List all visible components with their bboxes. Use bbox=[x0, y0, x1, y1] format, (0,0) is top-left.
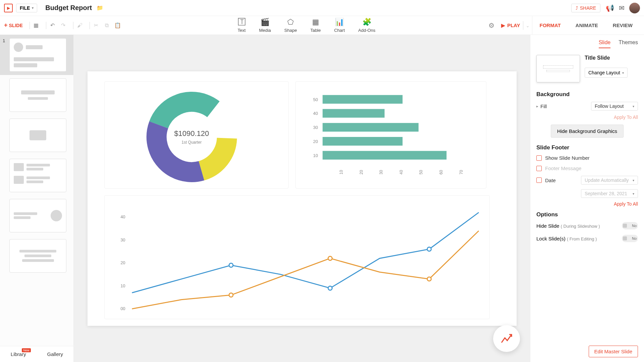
lock-slide-label: Lock Slide(s) bbox=[536, 236, 566, 241]
add-slide-button[interactable]: + SLIDE bbox=[4, 22, 23, 29]
svg-rect-6 bbox=[323, 123, 418, 132]
section-footer: Slide Footer bbox=[536, 144, 638, 151]
svg-point-29 bbox=[229, 293, 233, 297]
section-options: Options bbox=[536, 211, 638, 218]
layout-picker-icon[interactable]: ▦ bbox=[33, 22, 40, 29]
svg-rect-5 bbox=[323, 109, 385, 118]
hide-slide-label: Hide Slide bbox=[536, 223, 559, 229]
copy-icon[interactable]: ⧉ bbox=[103, 22, 111, 29]
insert-table-button[interactable]: ▦ Table bbox=[310, 18, 321, 33]
apply-to-all-background[interactable]: Apply To All bbox=[536, 115, 638, 120]
text-icon: 🅃 bbox=[238, 18, 245, 26]
file-menu-button[interactable]: FILE ▾ bbox=[16, 4, 37, 12]
tab-library[interactable]: Library New bbox=[0, 346, 37, 362]
hide-bg-graphics-button[interactable]: Hide Background Graphics bbox=[551, 125, 624, 138]
redo-icon[interactable]: ↷ bbox=[60, 22, 67, 29]
subtab-slide[interactable]: Slide bbox=[599, 40, 611, 48]
play-dropdown[interactable]: ⌵ bbox=[523, 21, 532, 30]
addons-icon: 🧩 bbox=[362, 18, 371, 26]
slide-thumb[interactable] bbox=[0, 196, 73, 236]
bar-chart: 5040302010 10203040506070 bbox=[296, 82, 486, 188]
paste-icon[interactable]: 📋 bbox=[114, 22, 121, 29]
donut-value: $1090.120 bbox=[174, 129, 209, 138]
footer-message-check[interactable]: Footer Message bbox=[536, 165, 638, 171]
svg-point-27 bbox=[328, 286, 332, 290]
svg-text:00: 00 bbox=[120, 306, 125, 311]
insert-text-button[interactable]: 🅃 Text bbox=[238, 18, 246, 33]
media-icon: 🎬 bbox=[260, 18, 270, 26]
mail-icon[interactable]: ✉ bbox=[619, 4, 625, 12]
insert-media-button[interactable]: 🎬 Media bbox=[259, 18, 271, 33]
bar-chart-panel[interactable]: 5040302010 10203040506070 bbox=[295, 81, 486, 189]
cut-icon[interactable]: ✂ bbox=[93, 22, 100, 29]
slide-thumb-1[interactable]: 1 bbox=[0, 35, 73, 75]
date-value-select[interactable]: September 28, 2021▾ bbox=[581, 189, 638, 198]
tab-animate[interactable]: ANIMATE bbox=[568, 16, 605, 34]
undo-icon[interactable]: ↶ bbox=[49, 22, 56, 29]
share-button[interactable]: ⤴ SHARE bbox=[571, 4, 600, 12]
svg-text:10: 10 bbox=[120, 283, 125, 288]
insert-chart-button[interactable]: 📊 Chart bbox=[334, 18, 345, 33]
show-slide-number-check[interactable]: Show Slide Number bbox=[536, 155, 638, 161]
insert-shape-button[interactable]: ⬠ Shape bbox=[284, 18, 297, 33]
svg-text:40: 40 bbox=[120, 214, 125, 219]
tab-format[interactable]: FORMAT bbox=[532, 16, 568, 34]
new-badge: New bbox=[22, 348, 31, 352]
line-chart-panel[interactable]: 0010203040 bbox=[104, 195, 490, 319]
tab-review[interactable]: REVIEW bbox=[605, 16, 640, 34]
fill-label: Fill bbox=[540, 103, 547, 109]
gear-icon[interactable]: ⚙ bbox=[488, 21, 494, 29]
edit-master-slide-button[interactable]: Edit Master Slide bbox=[589, 346, 638, 357]
donut-subtitle: 1st Quarter bbox=[174, 140, 209, 145]
format-painter-icon[interactable]: 🖌 bbox=[76, 22, 83, 29]
app-logo-icon[interactable]: ▶ bbox=[4, 4, 13, 12]
chevron-right-icon[interactable]: ▸ bbox=[536, 104, 538, 108]
svg-text:30: 30 bbox=[120, 237, 125, 242]
svg-text:40: 40 bbox=[313, 111, 318, 116]
insert-addons-button[interactable]: 🧩 Add-Ons bbox=[358, 18, 375, 33]
file-menu-label: FILE bbox=[20, 5, 30, 11]
layout-preview bbox=[536, 55, 580, 82]
announcements-icon[interactable]: 📢 bbox=[606, 4, 614, 12]
line-chart: 0010203040 bbox=[105, 196, 489, 319]
slide-thumb[interactable] bbox=[0, 155, 73, 196]
table-icon: ▦ bbox=[312, 18, 319, 26]
play-button[interactable]: ▶ PLAY bbox=[501, 22, 520, 28]
lock-slide-toggle[interactable]: No bbox=[622, 235, 638, 242]
donut-chart-panel[interactable]: $1090.120 1st Quarter bbox=[104, 81, 289, 189]
insert-text-label: Text bbox=[238, 28, 246, 33]
slide-thumb[interactable] bbox=[0, 115, 73, 155]
floating-action-button[interactable] bbox=[493, 325, 520, 352]
slide-thumb[interactable] bbox=[0, 236, 73, 276]
slide-panel[interactable]: 1 Library New Gallery bbox=[0, 35, 74, 362]
insert-shape-label: Shape bbox=[284, 28, 297, 33]
plus-icon: + bbox=[4, 22, 8, 29]
svg-point-30 bbox=[328, 256, 332, 260]
slide-canvas[interactable]: $1090.120 1st Quarter 5040302010 1020304… bbox=[87, 71, 517, 326]
fill-select[interactable]: Follow Layout ▾ bbox=[591, 102, 638, 111]
subtab-themes[interactable]: Themes bbox=[619, 40, 638, 48]
svg-text:30: 30 bbox=[313, 125, 318, 130]
chevron-down-icon: ▾ bbox=[32, 6, 34, 10]
svg-point-28 bbox=[427, 247, 431, 251]
hide-slide-toggle[interactable]: No bbox=[622, 222, 638, 229]
change-layout-button[interactable]: Change Layout ▾ bbox=[585, 68, 628, 78]
document-title[interactable]: Budget Report bbox=[45, 4, 92, 12]
folder-icon[interactable]: 📁 bbox=[97, 5, 103, 11]
tab-gallery[interactable]: Gallery bbox=[37, 346, 74, 362]
apply-to-all-footer[interactable]: Apply To All bbox=[536, 201, 638, 207]
analytics-icon bbox=[500, 332, 513, 345]
svg-point-31 bbox=[427, 277, 431, 281]
insert-table-label: Table bbox=[310, 28, 321, 33]
svg-point-26 bbox=[229, 263, 233, 267]
slide-thumb[interactable] bbox=[0, 75, 73, 115]
avatar[interactable] bbox=[629, 3, 640, 13]
add-slide-label: SLIDE bbox=[9, 23, 23, 28]
format-sidebar: Slide Themes Title Slide Change Layout ▾… bbox=[530, 35, 644, 362]
play-icon: ▶ bbox=[501, 22, 505, 28]
section-background: Background bbox=[536, 91, 638, 98]
date-update-select[interactable]: Update Automatically▾ bbox=[581, 176, 638, 185]
date-check[interactable]: Date Update Automatically▾ bbox=[536, 176, 638, 185]
checkbox-icon bbox=[536, 166, 542, 171]
canvas-area[interactable]: $1090.120 1st Quarter 5040302010 1020304… bbox=[74, 35, 530, 362]
